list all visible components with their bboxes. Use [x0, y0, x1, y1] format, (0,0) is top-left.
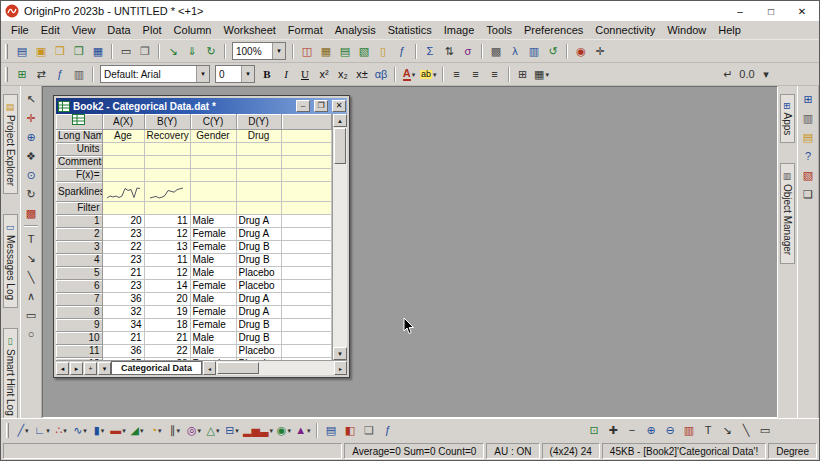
fx-cell-b[interactable] [144, 169, 190, 182]
longname-cell-d[interactable]: Drug [236, 130, 281, 143]
font-color-icon[interactable]: A▾ [400, 65, 418, 83]
menu-data[interactable]: Data [101, 22, 136, 38]
fx-cell-c[interactable] [190, 169, 236, 182]
cell-1-d[interactable]: Drug A [236, 215, 281, 228]
cell-8-a[interactable]: 32 [102, 306, 144, 319]
menu-image[interactable]: Image [438, 22, 481, 38]
subscript-icon[interactable]: x₂ [334, 65, 352, 83]
open-icon[interactable]: ❒ [51, 42, 69, 60]
worksheet-minimize-button[interactable]: – [296, 100, 310, 112]
toolbar-handle[interactable] [6, 423, 9, 438]
print-icon[interactable]: ▭ [117, 42, 135, 60]
toolbar-handle[interactable] [5, 44, 8, 59]
menu-connectivity[interactable]: Connectivity [589, 22, 661, 38]
fx-cell-a[interactable] [102, 169, 144, 182]
cell-borders-icon[interactable]: ▦▾ [533, 65, 551, 83]
worksheet-restore-button[interactable]: ❐ [314, 100, 328, 112]
column-header-a[interactable]: A(X) [102, 114, 144, 130]
next-sheet-icon[interactable]: ▸ [70, 362, 83, 375]
cell-6-d[interactable]: Placebo [236, 280, 281, 293]
cell-10-c[interactable]: Male [190, 332, 236, 345]
horizontal-scroll-thumb[interactable] [217, 362, 259, 374]
horizontal-scroll-track[interactable] [260, 361, 334, 375]
menu-file[interactable]: File [5, 22, 35, 38]
cell-9-c[interactable]: Female [190, 319, 236, 332]
move-columns-icon[interactable]: ⇄ [32, 65, 50, 83]
set-column-values-icon[interactable]: ƒ [51, 65, 69, 83]
cell-8-d[interactable]: Drug A [236, 306, 281, 319]
menu-analysis[interactable]: Analysis [329, 22, 382, 38]
sparklines-cell-a[interactable] [102, 182, 144, 202]
line-tool-icon[interactable]: ╲ [22, 268, 41, 286]
cell-3-b[interactable]: 13 [144, 241, 190, 254]
row-number[interactable]: 8 [56, 306, 102, 319]
rescale-graph-icon[interactable]: ⊡ [585, 421, 603, 440]
screen-capture-icon[interactable]: ◉ [572, 42, 590, 60]
sheet-tab[interactable]: Categorical Data [111, 361, 202, 375]
cell-4-b[interactable]: 11 [144, 254, 190, 267]
column-header-c[interactable]: C(Y) [190, 114, 236, 130]
line-symbol-plot-icon[interactable]: ∿▾ [71, 421, 89, 440]
cell-7-c[interactable]: Male [190, 293, 236, 306]
menu-window[interactable]: Window [661, 22, 712, 38]
merge-cells-icon[interactable]: ⊞ [514, 65, 532, 83]
cell-11-a[interactable]: 36 [102, 345, 144, 358]
cell-7-d[interactable]: Drug A [236, 293, 281, 306]
cell-4-a[interactable]: 23 [102, 254, 144, 267]
open-excel-icon[interactable]: ❒ [70, 42, 88, 60]
longname-cell-b[interactable]: Recovery [144, 130, 190, 143]
align-right-icon[interactable]: ≡ [486, 65, 504, 83]
apps-gallery-icon[interactable]: ⊞ [799, 90, 818, 108]
cell-2-d[interactable]: Drug A [236, 228, 281, 241]
cell-6-a[interactable]: 23 [102, 280, 144, 293]
cell-2-c[interactable]: Female [190, 228, 236, 241]
layer-manager-icon[interactable]: ❏ [799, 185, 818, 203]
add-line-icon[interactable]: ╲ [737, 421, 755, 440]
zoom-tool-icon[interactable]: ⊙ [22, 166, 41, 184]
apps-icon[interactable]: λ [506, 42, 524, 60]
scroll-up-icon[interactable]: ▲ [333, 114, 347, 127]
sheet-list-icon[interactable]: ▾ [98, 362, 111, 375]
column-statistics-icon[interactable]: Σ [421, 42, 439, 60]
cell-8-b[interactable]: 19 [144, 306, 190, 319]
row-number[interactable]: 1 [56, 215, 102, 228]
toolbar-handle[interactable] [5, 67, 8, 82]
vertical-scroll-thumb[interactable] [334, 128, 346, 164]
filter-cell-c[interactable] [190, 202, 236, 215]
zoom-dropdown-icon[interactable]: ▾ [272, 43, 285, 59]
filter-row-label[interactable]: Filter [56, 202, 102, 215]
cell-4-d[interactable]: Drug B [236, 254, 281, 267]
quick-help-icon[interactable]: ? [799, 147, 818, 165]
align-left-icon[interactable]: ≡ [448, 65, 466, 83]
color-palette-icon[interactable]: ▧ [799, 166, 818, 184]
menu-view[interactable]: View [66, 22, 102, 38]
cell-7-a[interactable]: 36 [102, 293, 144, 306]
comments-cell-d[interactable] [236, 156, 281, 169]
column-properties-icon[interactable]: ▥ [70, 65, 88, 83]
sub-superscript-icon[interactable]: x± [353, 65, 371, 83]
cell-10-a[interactable]: 21 [102, 332, 144, 345]
panel-tab-smart-hint-log[interactable]: ▯Smart Hint Log [3, 328, 18, 424]
sort-icon[interactable]: ⇅ [440, 42, 458, 60]
menu-column[interactable]: Column [168, 22, 218, 38]
close-button[interactable]: ✕ [789, 3, 815, 20]
cell-1-b[interactable]: 11 [144, 215, 190, 228]
font-size-combo[interactable]: 0 ▾ [215, 65, 255, 83]
polyline-tool-icon[interactable]: ∧ [22, 287, 41, 305]
cell-5-c[interactable]: Male [190, 267, 236, 280]
pointer-tool-icon[interactable]: ↖ [22, 90, 41, 108]
longname-row-label[interactable]: Long Name [56, 130, 102, 143]
new-notes-icon[interactable]: ▯ [374, 42, 392, 60]
comments-cell-c[interactable] [190, 156, 236, 169]
sparklines-cell-c[interactable] [190, 182, 236, 202]
box-chart-icon[interactable]: ⊟▾ [223, 421, 241, 440]
row-number[interactable]: 6 [56, 280, 102, 293]
rectangle-tool-icon[interactable]: ▭ [22, 306, 41, 324]
graph-template-icon[interactable]: ▤ [322, 421, 340, 440]
cell-1-a[interactable]: 20 [102, 215, 144, 228]
row-number[interactable]: 7 [56, 293, 102, 306]
scale-out-icon[interactable]: ⊖ [661, 421, 679, 440]
cell-4-c[interactable]: Male [190, 254, 236, 267]
add-color-scale-icon[interactable]: ▥ [680, 421, 698, 440]
cell-1-c[interactable]: Male [190, 215, 236, 228]
